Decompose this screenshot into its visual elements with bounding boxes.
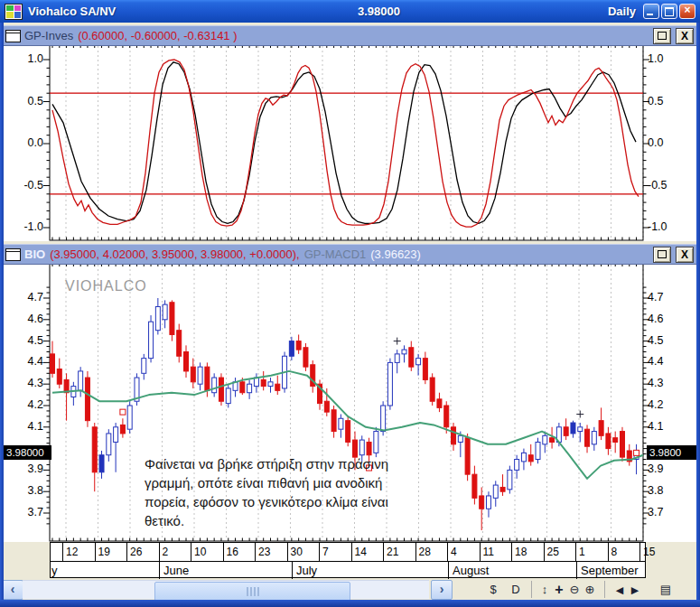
bottom-bar: ‹ › $D↕+⊖⊕◀▶▤ — [0, 579, 700, 601]
indicator-name: GP-Inves — [24, 29, 73, 42]
week-tick — [575, 543, 576, 561]
month-separator — [159, 562, 160, 579]
price-y-tick-label: 4.3 — [648, 377, 686, 389]
app-icon — [5, 4, 23, 20]
date-label: 8 — [611, 546, 618, 558]
date-axis: 121926210162330714212841118251815yJuneJu… — [0, 542, 700, 579]
oscillator-chart[interactable]: 1.01.00.50.50.00.0-0.5-0.5-1.0-1.0 — [0, 44, 700, 241]
week-tick — [447, 543, 448, 561]
window-title: Viohalco SA/NV — [28, 5, 116, 18]
panel-maximize-button[interactable] — [653, 247, 671, 263]
chart-doc-icon — [5, 30, 21, 42]
date-axis-midline — [51, 561, 645, 562]
month-label: September — [581, 564, 639, 577]
date-label: 25 — [547, 546, 559, 558]
window-titlebar[interactable]: Viohalco SA/NV 3.98000 Daily × — [0, 0, 700, 23]
date-label: 21 — [387, 546, 398, 558]
date-label: 4 — [451, 546, 457, 558]
date-label: 7 — [322, 546, 329, 558]
osc-y-tick-label: -0.5 — [5, 179, 43, 191]
window-border-left — [0, 22, 4, 607]
candlestick-chart[interactable]: VIOHALCO Φαίνεται να βρήκε στήριξη στην … — [0, 263, 700, 542]
date-label: 16 — [227, 546, 238, 558]
date-label: 28 — [419, 546, 431, 558]
maximize-button[interactable] — [661, 4, 677, 19]
price-y-tick-label: 4.6 — [648, 313, 686, 325]
chart-doc-icon — [5, 248, 21, 261]
date-label: 11 — [483, 546, 494, 558]
minimize-button[interactable] — [643, 4, 659, 19]
osc-y-tick-label: -1.0 — [648, 220, 686, 233]
price-y-tick-label: 3.9 — [648, 462, 686, 475]
osc-y-tick-label: 0.5 — [648, 95, 686, 107]
week-tick — [415, 543, 416, 561]
price-y-tick-label: 4.5 — [648, 334, 686, 347]
week-tick — [480, 543, 481, 561]
scrollbar-left-arrow[interactable]: ‹ — [2, 580, 23, 600]
price-y-tick-label: 4.3 — [5, 377, 43, 389]
date-label: 15 — [643, 546, 655, 558]
analyst-note: Φαίνεται να βρήκε στήριξη στην πράσινη γ… — [145, 454, 434, 530]
osc-y-tick-label: 0.0 — [5, 136, 43, 149]
osc-y-tick-label: -1.0 — [5, 220, 43, 233]
price-scale-icon[interactable]: $ — [483, 581, 503, 599]
month-separator — [448, 562, 449, 579]
periodicity-daily-icon[interactable]: D — [506, 581, 526, 599]
panel-maximize-button[interactable] — [653, 28, 671, 44]
close-button[interactable]: × — [679, 4, 695, 19]
date-label: 26 — [130, 546, 142, 558]
last-price-tag-left: 3.98000 — [4, 445, 51, 460]
ohlc-values: (3.95000, 4.02000, 3.95000, 3.98000, +0.… — [50, 247, 300, 261]
scrollbar-track[interactable] — [23, 580, 429, 599]
month-label: July — [296, 564, 317, 577]
osc-y-tick-label: 0.0 — [648, 136, 686, 149]
scroll-right-icon[interactable]: ▶ — [625, 581, 645, 599]
toolbar-separator — [604, 581, 605, 598]
periodicity-label: Daily — [608, 5, 636, 18]
date-label: 1 — [579, 546, 585, 558]
price-y-tick-label: 4.1 — [648, 420, 686, 433]
price-y-tick-label: 3.8 — [5, 484, 43, 497]
indicator-panel-titlebar[interactable]: GP-Inves (0.60000, -0.60000, -0.63141 ) … — [4, 25, 696, 46]
month-label-partial: y — [51, 564, 58, 577]
week-tick — [544, 543, 545, 561]
date-label: 12 — [66, 546, 78, 558]
ma-indicator-value: (3.96623) — [370, 247, 421, 261]
month-label: June — [163, 564, 189, 577]
last-price-title: 3.98000 — [358, 5, 400, 18]
osc-y-tick-label: 1.0 — [5, 52, 43, 65]
week-tick — [223, 543, 224, 561]
last-price-tag-right: 3.9800 — [647, 445, 696, 460]
scrollbar-thumb[interactable] — [154, 582, 350, 602]
week-tick — [639, 543, 640, 561]
week-tick — [608, 543, 609, 561]
date-label: 19 — [98, 546, 110, 558]
panel-close-button[interactable]: X — [676, 28, 694, 44]
week-tick — [383, 543, 384, 561]
panel-close-button[interactable]: X — [676, 247, 694, 263]
week-tick — [351, 543, 352, 561]
window-border-bottom — [0, 600, 700, 607]
price-panel-titlebar[interactable]: BIO (3.95000, 4.02000, 3.95000, 3.98000,… — [4, 244, 696, 265]
window-border-right — [696, 22, 700, 607]
date-label: 18 — [515, 546, 527, 558]
date-label: 2 — [163, 546, 169, 558]
price-y-tick-label: 3.7 — [648, 506, 686, 518]
date-table: 121926210162330714212841118251815yJuneJu… — [50, 542, 646, 578]
layout-icon[interactable]: ▤ — [656, 581, 676, 599]
osc-y-tick-label: -0.5 — [648, 179, 686, 191]
week-tick — [62, 543, 63, 561]
price-y-tick-label: 4.5 — [5, 334, 43, 347]
zoom-in-icon[interactable]: ⊕ — [580, 581, 600, 599]
month-separator — [576, 562, 577, 579]
signal-square-marker — [120, 409, 126, 415]
price-y-tick-label: 4.6 — [5, 313, 43, 325]
week-tick — [255, 543, 256, 561]
scrollbar-right-arrow[interactable]: › — [431, 580, 453, 600]
date-label: 10 — [194, 546, 206, 558]
week-tick — [319, 543, 320, 561]
week-tick — [126, 543, 127, 561]
date-label: 14 — [355, 546, 367, 558]
indicator-values: (0.60000, -0.60000, -0.63141 ) — [78, 29, 237, 42]
price-y-tick-label: 4.4 — [5, 355, 43, 368]
